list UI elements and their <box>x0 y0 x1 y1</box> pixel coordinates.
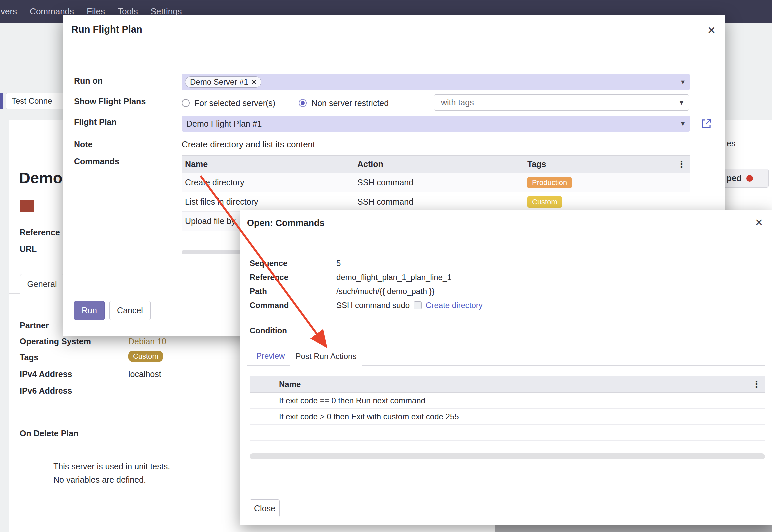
post-run-actions-table: Name ⋮ If exit code == 0 then Run next c… <box>250 376 765 441</box>
commands-table-header: Name Action Tags ⋮ <box>182 155 690 173</box>
status-stopped-icon <box>746 175 753 182</box>
ipv4-value: localhost <box>128 369 161 379</box>
close-button[interactable]: Close <box>250 499 280 517</box>
external-link-icon[interactable] <box>700 117 713 130</box>
chevron-down-icon[interactable]: ▾ <box>680 98 683 107</box>
row-action: SSH command <box>354 197 524 207</box>
partner-label: Partner <box>20 321 49 330</box>
table-row-empty <box>250 425 765 441</box>
close-icon[interactable]: × <box>755 216 763 229</box>
show-flight-plans-label: Show Flight Plans <box>74 97 146 106</box>
header-divider <box>63 46 725 46</box>
row-name: If exit code > 0 then Exit with custom e… <box>279 412 459 421</box>
chevron-down-icon[interactable]: ▾ <box>681 78 685 86</box>
with-tags-select[interactable]: with tags ▾ <box>434 94 689 111</box>
reference-label: Reference <box>20 228 60 237</box>
partial-save-button[interactable] <box>0 93 3 109</box>
test-connection-button[interactable]: Test Conne <box>6 93 67 109</box>
command-value-row: SSH command sudo Create directory <box>332 299 483 312</box>
row-name: Create directory <box>182 178 354 187</box>
flight-plan-select[interactable]: Demo Flight Plan #1 ▾ <box>182 116 690 132</box>
col-name[interactable]: Name <box>279 380 301 389</box>
close-icon[interactable]: × <box>708 23 715 37</box>
on-delete-plan-label: On Delete Plan <box>20 429 78 438</box>
path-label: Path <box>250 285 330 298</box>
command-value: SSH command sudo <box>336 299 410 312</box>
server-tag-label: Demo Server #1 <box>190 77 248 87</box>
table-row[interactable]: If exit code > 0 then Exit with custom e… <box>250 409 765 425</box>
command-label: Command <box>250 299 330 312</box>
condition-value[interactable] <box>332 324 356 337</box>
server-scope-radios: For selected server(s) Non server restri… <box>182 95 389 111</box>
sequence-value: 5 <box>332 257 341 270</box>
server-tag-chip[interactable]: Demo Server #1 × <box>185 76 261 88</box>
path-value: /such/much/{{ demo_path }} <box>332 285 435 298</box>
horizontal-scrollbar[interactable] <box>250 453 765 459</box>
tab-preview[interactable]: Preview <box>256 351 285 361</box>
ipv6-label: IPv6 Address <box>20 386 72 396</box>
row-name: If exit code == 0 then Run next command <box>279 396 425 405</box>
row-name: List files in directory <box>182 197 354 207</box>
col-tags[interactable]: Tags <box>524 159 690 169</box>
radio-non-restricted[interactable] <box>299 99 307 107</box>
run-button[interactable]: Run <box>74 301 105 320</box>
tab-post-run-actions-label: Post Run Actions <box>296 352 357 361</box>
nav-item-servers[interactable]: vers <box>1 6 17 17</box>
radio-selected-servers[interactable] <box>182 99 190 107</box>
tab-general-label: General <box>27 279 57 289</box>
reference-value: demo_flight_plan_1_plan_line_1 <box>332 271 452 284</box>
color-swatch[interactable] <box>20 200 34 212</box>
header-divider <box>240 239 772 239</box>
radio-selected-servers-label[interactable]: For selected server(s) <box>194 98 275 108</box>
post-run-table-header: Name ⋮ <box>250 376 765 393</box>
run-on-field[interactable]: Demo Server #1 × ▾ <box>182 74 690 90</box>
kebab-menu-icon[interactable]: ⋮ <box>677 159 686 170</box>
condition-label: Condition <box>250 324 330 337</box>
flight-plan-value: Demo Flight Plan #1 <box>182 119 262 129</box>
field-divider <box>120 318 120 449</box>
run-on-label: Run on <box>74 76 103 86</box>
col-action[interactable]: Action <box>354 159 524 169</box>
unit-test-note: This server is used in unit tests. <box>53 462 170 471</box>
table-row[interactable]: List files in directory SSH command Cust… <box>182 192 690 212</box>
url-label: URL <box>20 244 37 254</box>
create-directory-link[interactable]: Create directory <box>426 299 483 312</box>
table-row[interactable]: Create directory SSH command Production <box>182 173 690 192</box>
tags-label: Tags <box>20 353 39 362</box>
checkbox[interactable] <box>414 301 422 309</box>
server-heading: Demo <box>19 169 63 187</box>
run-dialog-title: Run Flight Plan <box>71 24 142 35</box>
variables-note: No variables are defined. <box>53 475 146 485</box>
production-badge: Production <box>527 177 572 188</box>
note-label: Note <box>74 140 93 149</box>
ipv4-label: IPv4 Address <box>20 369 72 379</box>
reference-label: Reference <box>250 271 330 284</box>
radio-non-restricted-label[interactable]: Non server restricted <box>311 98 389 108</box>
row-action: SSH command <box>354 178 524 187</box>
with-tags-placeholder: with tags <box>434 98 474 107</box>
chip-remove-icon[interactable]: × <box>252 77 256 87</box>
custom-badge: Custom <box>527 196 562 208</box>
os-label: Operating System <box>20 337 91 346</box>
table-row[interactable]: If exit code == 0 then Run next command <box>250 393 765 409</box>
right-text-fragment: es <box>727 139 735 148</box>
open-commands-dialog: Open: Commands × Sequence 5 Reference de… <box>240 210 772 525</box>
flight-plan-label: Flight Plan <box>74 117 117 127</box>
os-value[interactable]: Debian 10 <box>128 337 166 346</box>
tab-post-run-actions[interactable]: Post Run Actions <box>290 347 362 366</box>
chevron-down-icon[interactable]: ▾ <box>681 119 685 128</box>
sequence-label: Sequence <box>250 257 330 270</box>
col-name[interactable]: Name <box>182 159 354 169</box>
commands-dialog-title: Open: Commands <box>247 218 325 228</box>
note-value: Create directory and list its content <box>182 139 315 150</box>
screen: vers Commands Files Tools Settings Test … <box>0 0 772 532</box>
cancel-button[interactable]: Cancel <box>109 301 151 320</box>
commands-label: Commands <box>74 157 119 166</box>
tab-general[interactable]: General <box>20 274 64 294</box>
status-label: ped <box>726 173 742 183</box>
kebab-menu-icon[interactable]: ⋮ <box>752 379 761 390</box>
tags-badge: Custom <box>128 351 163 362</box>
